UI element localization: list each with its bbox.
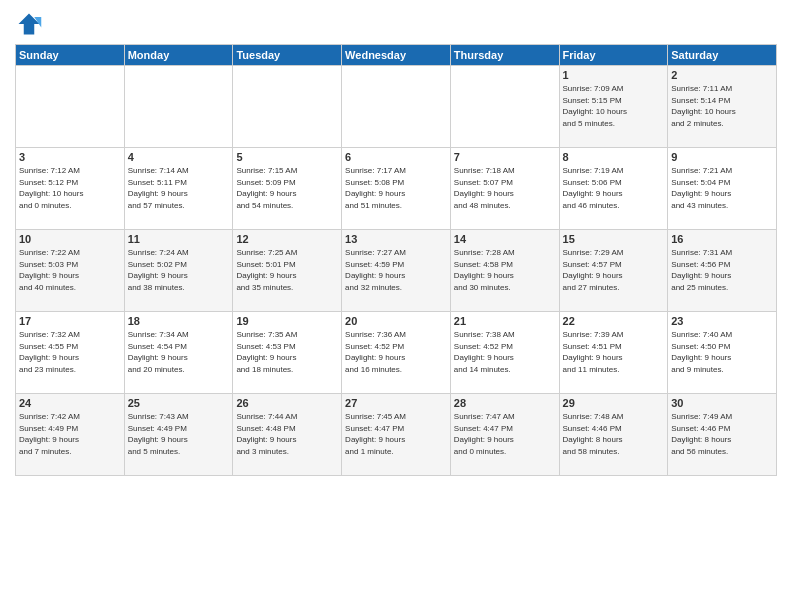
day-number: 23 [671, 315, 773, 327]
day-number: 11 [128, 233, 230, 245]
page-container: SundayMondayTuesdayWednesdayThursdayFrid… [0, 0, 792, 486]
column-header-wednesday: Wednesday [342, 45, 451, 66]
day-info: Sunrise: 7:44 AM Sunset: 4:48 PM Dayligh… [236, 411, 338, 457]
day-info: Sunrise: 7:24 AM Sunset: 5:02 PM Dayligh… [128, 247, 230, 293]
day-info: Sunrise: 7:40 AM Sunset: 4:50 PM Dayligh… [671, 329, 773, 375]
day-cell [124, 66, 233, 148]
day-number: 12 [236, 233, 338, 245]
day-cell: 3Sunrise: 7:12 AM Sunset: 5:12 PM Daylig… [16, 148, 125, 230]
day-number: 18 [128, 315, 230, 327]
day-info: Sunrise: 7:39 AM Sunset: 4:51 PM Dayligh… [563, 329, 665, 375]
day-cell: 2Sunrise: 7:11 AM Sunset: 5:14 PM Daylig… [668, 66, 777, 148]
day-info: Sunrise: 7:19 AM Sunset: 5:06 PM Dayligh… [563, 165, 665, 211]
header [15, 10, 777, 38]
day-info: Sunrise: 7:21 AM Sunset: 5:04 PM Dayligh… [671, 165, 773, 211]
day-cell: 10Sunrise: 7:22 AM Sunset: 5:03 PM Dayli… [16, 230, 125, 312]
day-number: 4 [128, 151, 230, 163]
day-info: Sunrise: 7:18 AM Sunset: 5:07 PM Dayligh… [454, 165, 556, 211]
day-cell: 17Sunrise: 7:32 AM Sunset: 4:55 PM Dayli… [16, 312, 125, 394]
day-cell: 18Sunrise: 7:34 AM Sunset: 4:54 PM Dayli… [124, 312, 233, 394]
calendar-header: SundayMondayTuesdayWednesdayThursdayFrid… [16, 45, 777, 66]
svg-marker-0 [19, 14, 40, 35]
day-info: Sunrise: 7:43 AM Sunset: 4:49 PM Dayligh… [128, 411, 230, 457]
day-cell: 6Sunrise: 7:17 AM Sunset: 5:08 PM Daylig… [342, 148, 451, 230]
day-info: Sunrise: 7:36 AM Sunset: 4:52 PM Dayligh… [345, 329, 447, 375]
day-cell: 11Sunrise: 7:24 AM Sunset: 5:02 PM Dayli… [124, 230, 233, 312]
column-header-saturday: Saturday [668, 45, 777, 66]
day-info: Sunrise: 7:49 AM Sunset: 4:46 PM Dayligh… [671, 411, 773, 457]
header-row: SundayMondayTuesdayWednesdayThursdayFrid… [16, 45, 777, 66]
day-number: 9 [671, 151, 773, 163]
day-number: 24 [19, 397, 121, 409]
day-info: Sunrise: 7:38 AM Sunset: 4:52 PM Dayligh… [454, 329, 556, 375]
week-row-4: 17Sunrise: 7:32 AM Sunset: 4:55 PM Dayli… [16, 312, 777, 394]
day-info: Sunrise: 7:27 AM Sunset: 4:59 PM Dayligh… [345, 247, 447, 293]
day-cell: 14Sunrise: 7:28 AM Sunset: 4:58 PM Dayli… [450, 230, 559, 312]
day-number: 26 [236, 397, 338, 409]
day-info: Sunrise: 7:48 AM Sunset: 4:46 PM Dayligh… [563, 411, 665, 457]
day-number: 21 [454, 315, 556, 327]
day-info: Sunrise: 7:11 AM Sunset: 5:14 PM Dayligh… [671, 83, 773, 129]
day-info: Sunrise: 7:35 AM Sunset: 4:53 PM Dayligh… [236, 329, 338, 375]
calendar-body: 1Sunrise: 7:09 AM Sunset: 5:15 PM Daylig… [16, 66, 777, 476]
day-number: 25 [128, 397, 230, 409]
day-number: 13 [345, 233, 447, 245]
day-number: 27 [345, 397, 447, 409]
column-header-friday: Friday [559, 45, 668, 66]
day-number: 29 [563, 397, 665, 409]
day-number: 16 [671, 233, 773, 245]
column-header-sunday: Sunday [16, 45, 125, 66]
day-cell: 23Sunrise: 7:40 AM Sunset: 4:50 PM Dayli… [668, 312, 777, 394]
day-info: Sunrise: 7:17 AM Sunset: 5:08 PM Dayligh… [345, 165, 447, 211]
day-number: 3 [19, 151, 121, 163]
day-cell: 8Sunrise: 7:19 AM Sunset: 5:06 PM Daylig… [559, 148, 668, 230]
day-info: Sunrise: 7:25 AM Sunset: 5:01 PM Dayligh… [236, 247, 338, 293]
day-info: Sunrise: 7:28 AM Sunset: 4:58 PM Dayligh… [454, 247, 556, 293]
day-number: 10 [19, 233, 121, 245]
logo-icon [15, 10, 43, 38]
week-row-2: 3Sunrise: 7:12 AM Sunset: 5:12 PM Daylig… [16, 148, 777, 230]
day-number: 8 [563, 151, 665, 163]
week-row-3: 10Sunrise: 7:22 AM Sunset: 5:03 PM Dayli… [16, 230, 777, 312]
day-info: Sunrise: 7:14 AM Sunset: 5:11 PM Dayligh… [128, 165, 230, 211]
day-number: 7 [454, 151, 556, 163]
column-header-tuesday: Tuesday [233, 45, 342, 66]
day-info: Sunrise: 7:31 AM Sunset: 4:56 PM Dayligh… [671, 247, 773, 293]
day-cell [450, 66, 559, 148]
day-info: Sunrise: 7:15 AM Sunset: 5:09 PM Dayligh… [236, 165, 338, 211]
day-cell: 19Sunrise: 7:35 AM Sunset: 4:53 PM Dayli… [233, 312, 342, 394]
day-info: Sunrise: 7:45 AM Sunset: 4:47 PM Dayligh… [345, 411, 447, 457]
week-row-1: 1Sunrise: 7:09 AM Sunset: 5:15 PM Daylig… [16, 66, 777, 148]
day-cell [342, 66, 451, 148]
week-row-5: 24Sunrise: 7:42 AM Sunset: 4:49 PM Dayli… [16, 394, 777, 476]
day-cell: 9Sunrise: 7:21 AM Sunset: 5:04 PM Daylig… [668, 148, 777, 230]
day-info: Sunrise: 7:29 AM Sunset: 4:57 PM Dayligh… [563, 247, 665, 293]
day-number: 19 [236, 315, 338, 327]
day-info: Sunrise: 7:09 AM Sunset: 5:15 PM Dayligh… [563, 83, 665, 129]
day-number: 28 [454, 397, 556, 409]
day-info: Sunrise: 7:34 AM Sunset: 4:54 PM Dayligh… [128, 329, 230, 375]
day-cell: 28Sunrise: 7:47 AM Sunset: 4:47 PM Dayli… [450, 394, 559, 476]
day-cell: 30Sunrise: 7:49 AM Sunset: 4:46 PM Dayli… [668, 394, 777, 476]
column-header-monday: Monday [124, 45, 233, 66]
day-cell [233, 66, 342, 148]
day-cell: 13Sunrise: 7:27 AM Sunset: 4:59 PM Dayli… [342, 230, 451, 312]
day-info: Sunrise: 7:42 AM Sunset: 4:49 PM Dayligh… [19, 411, 121, 457]
logo [15, 10, 47, 38]
day-cell: 1Sunrise: 7:09 AM Sunset: 5:15 PM Daylig… [559, 66, 668, 148]
day-number: 22 [563, 315, 665, 327]
day-cell: 27Sunrise: 7:45 AM Sunset: 4:47 PM Dayli… [342, 394, 451, 476]
day-info: Sunrise: 7:47 AM Sunset: 4:47 PM Dayligh… [454, 411, 556, 457]
day-info: Sunrise: 7:12 AM Sunset: 5:12 PM Dayligh… [19, 165, 121, 211]
day-number: 2 [671, 69, 773, 81]
day-cell: 22Sunrise: 7:39 AM Sunset: 4:51 PM Dayli… [559, 312, 668, 394]
day-info: Sunrise: 7:32 AM Sunset: 4:55 PM Dayligh… [19, 329, 121, 375]
day-info: Sunrise: 7:22 AM Sunset: 5:03 PM Dayligh… [19, 247, 121, 293]
day-cell [16, 66, 125, 148]
day-number: 14 [454, 233, 556, 245]
day-cell: 24Sunrise: 7:42 AM Sunset: 4:49 PM Dayli… [16, 394, 125, 476]
day-number: 17 [19, 315, 121, 327]
day-cell: 25Sunrise: 7:43 AM Sunset: 4:49 PM Dayli… [124, 394, 233, 476]
day-cell: 21Sunrise: 7:38 AM Sunset: 4:52 PM Dayli… [450, 312, 559, 394]
day-number: 5 [236, 151, 338, 163]
